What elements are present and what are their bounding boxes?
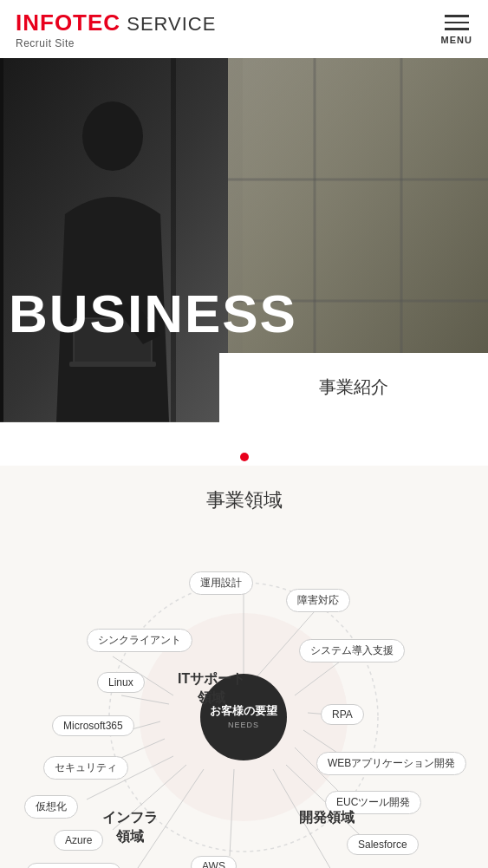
svg-rect-4 xyxy=(69,362,156,367)
tag-kasoukou: 仮想化 xyxy=(24,795,78,819)
logo-text: INFOTEC SERVICE xyxy=(16,10,216,36)
hero-person-svg xyxy=(0,58,243,422)
header: INFOTEC SERVICE Recruit Site MENU xyxy=(0,0,488,58)
tag-system-dounyuu: システム導入支援 xyxy=(299,639,405,662)
domain-section: 事業領域 xyxy=(0,466,488,868)
logo-service: SERVICE xyxy=(120,13,216,35)
tag-microsoft365: Microsoft365 xyxy=(52,715,134,736)
tag-shougai-taiou: 障害対応 xyxy=(286,589,350,612)
red-dot xyxy=(240,453,249,461)
tag-security: セキュリティ xyxy=(43,756,128,780)
center-node-sub: NEEDS xyxy=(228,721,259,729)
tag-web-app: WEBアプリケーション開発 xyxy=(316,752,466,775)
hero-person-silhouette xyxy=(0,58,243,422)
tag-aws: AWS xyxy=(191,856,237,868)
hamburger-line-3 xyxy=(445,28,469,30)
dot-separator xyxy=(0,422,488,466)
logo-sub: Recruit Site xyxy=(16,37,216,49)
logo-infotec: INFOTEC xyxy=(16,10,120,36)
hero-jigyou-box: 事業紹介 xyxy=(219,353,488,422)
hero-jigyou-text: 事業紹介 xyxy=(319,375,388,399)
menu-label: MENU xyxy=(441,35,472,45)
hamburger-icon xyxy=(445,15,469,30)
domain-label-infra: インフラ領域 xyxy=(102,808,158,847)
tag-azure: Azure xyxy=(54,830,103,851)
svg-point-2 xyxy=(82,101,143,171)
hamburger-line-2 xyxy=(445,22,469,24)
diagram-container: お客様の要望 NEEDS 運用設計 障害対応 シンクライアント Linux シス… xyxy=(0,535,488,868)
hamburger-line-1 xyxy=(445,15,469,17)
tag-rpa: RPA xyxy=(321,704,364,725)
hero-business-text: BUSINESS xyxy=(9,283,297,344)
tag-linux: Linux xyxy=(97,672,145,693)
hero-image-background: BUSINESS 事業紹介 xyxy=(0,58,488,422)
domain-label-it-support: ITサポート領域 xyxy=(178,669,245,708)
logo-area: INFOTEC SERVICE Recruit Site xyxy=(16,10,216,49)
hero-section: BUSINESS 事業紹介 xyxy=(0,58,488,422)
tag-active-directory: Active Directory xyxy=(26,863,121,868)
tag-salesforce: Salesforce xyxy=(347,834,419,855)
domain-label-dev: 開発領域 xyxy=(299,808,355,827)
domain-title: 事業領域 xyxy=(0,474,488,535)
tag-unyou-sekkei: 運用設計 xyxy=(189,571,253,595)
menu-button[interactable]: MENU xyxy=(441,15,472,45)
tag-thin-client: シンクライアント xyxy=(87,629,192,652)
